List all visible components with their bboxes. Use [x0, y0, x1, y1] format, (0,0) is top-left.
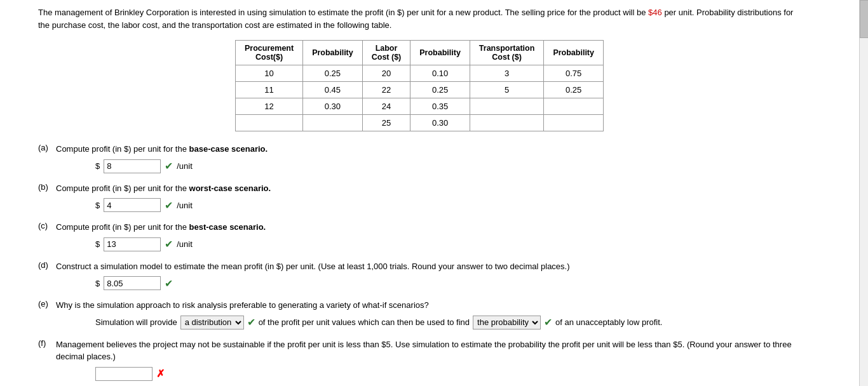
section-b-label: (b) Compute profit (in $) per unit for t… — [38, 182, 801, 195]
table-cell: 0.25 — [410, 82, 470, 98]
table-cell — [236, 115, 303, 131]
table-cell: 0.35 — [410, 98, 470, 115]
section-f-label: (f) Management believes the project may … — [38, 338, 801, 363]
section-e-label: (e) Why is the simulation approach to ri… — [38, 299, 801, 312]
section-b-dollar: $ — [95, 201, 100, 210]
section-c: (c) Compute profit (in $) per unit for t… — [38, 221, 801, 251]
section-d-input-row: $ ✔ — [95, 276, 801, 290]
section-d-label: (d) Construct a simulation model to esti… — [38, 260, 801, 273]
table-cell: 10 — [236, 65, 303, 82]
section-f-input-row: ✗ — [95, 367, 801, 381]
table-cell: 0.30 — [303, 98, 363, 115]
section-c-dollar: $ — [95, 239, 100, 249]
table-cell: 0.45 — [303, 82, 363, 98]
section-d-dollar: $ — [95, 279, 100, 288]
section-a-unit: /unit — [177, 161, 193, 171]
section-e: (e) Why is the simulation approach to ri… — [38, 299, 801, 329]
table-cell: 0.10 — [410, 65, 470, 82]
col-header-procurement: ProcurementCost($) — [236, 41, 303, 65]
section-e-select1[interactable]: a distribution an estimate a range — [180, 316, 244, 329]
price-highlight: $46 — [648, 8, 662, 17]
col-header-labor: LaborCost ($) — [362, 41, 410, 65]
section-a-bold: base-case scenario. — [189, 144, 268, 154]
section-c-text: Compute profit (in $) per unit for the b… — [56, 221, 266, 234]
section-e-check1: ✔ — [247, 316, 255, 328]
scrollbar[interactable] — [859, 0, 868, 386]
table-cell: 11 — [236, 82, 303, 98]
section-b-bold: worst-case scenario. — [189, 183, 271, 193]
table-row: 250.30 — [236, 115, 604, 131]
table-cell: 24 — [362, 98, 410, 115]
section-b-text: Compute profit (in $) per unit for the w… — [56, 182, 271, 195]
table-row: 110.45220.2550.25 — [236, 82, 604, 98]
section-f-letter: (f) — [38, 338, 53, 348]
col-header-prob3: Probability — [544, 41, 604, 65]
section-f: (f) Management believes the project may … — [38, 338, 801, 381]
section-f-x: ✗ — [156, 368, 165, 380]
table-cell: 0.25 — [544, 82, 604, 98]
table-cell: 0.30 — [410, 115, 470, 131]
section-c-letter: (c) — [38, 221, 53, 230]
intro-paragraph: The management of Brinkley Corporation i… — [38, 6, 801, 31]
section-e-check2: ✔ — [544, 316, 552, 328]
section-c-input-row: $ ✔ /unit — [95, 237, 801, 251]
table-cell: 12 — [236, 98, 303, 115]
intro-text-1: The management of Brinkley Corporation i… — [38, 8, 648, 17]
section-a-dollar: $ — [95, 161, 100, 171]
table-cell: 25 — [362, 115, 410, 131]
section-b-letter: (b) — [38, 182, 53, 192]
section-e-answer-row: Simulation will provide a distribution a… — [95, 316, 801, 329]
section-b-unit: /unit — [177, 201, 193, 210]
section-e-text: Why is the simulation approach to risk a… — [56, 299, 429, 312]
table-cell — [470, 98, 544, 115]
section-e-end-text: of an unacceptably low profit. — [555, 317, 662, 327]
section-d: (d) Construct a simulation model to esti… — [38, 260, 801, 291]
section-a-letter: (a) — [38, 143, 53, 152]
table-cell: 5 — [470, 82, 544, 98]
probability-table: ProcurementCost($) Probability LaborCost… — [235, 40, 604, 131]
section-d-letter: (d) — [38, 260, 53, 270]
section-b-check: ✔ — [165, 199, 173, 211]
section-a: (a) Compute profit (in $) per unit for t… — [38, 143, 801, 173]
section-a-label: (a) Compute profit (in $) per unit for t… — [38, 143, 801, 156]
table-cell: 0.75 — [544, 65, 604, 82]
section-c-unit: /unit — [177, 239, 193, 249]
table-cell — [544, 98, 604, 115]
section-d-text: Construct a simulation model to estimate… — [56, 260, 570, 273]
table-cell: 0.25 — [303, 65, 363, 82]
section-e-middle-text: of the profit per unit values which can … — [259, 317, 470, 327]
scrollbar-thumb[interactable] — [860, 0, 868, 38]
section-a-input[interactable] — [104, 159, 161, 173]
section-c-label: (c) Compute profit (in $) per unit for t… — [38, 221, 801, 234]
main-content: The management of Brinkley Corporation i… — [0, 0, 839, 386]
section-e-sim-text: Simulation will provide — [95, 317, 177, 327]
section-c-input[interactable] — [104, 237, 161, 251]
section-a-text: Compute profit (in $) per unit for the b… — [56, 143, 268, 156]
table-row: 120.30240.35 — [236, 98, 604, 115]
table-row: 100.25200.1030.75 — [236, 65, 604, 82]
section-b-input-row: $ ✔ /unit — [95, 198, 801, 212]
section-b: (b) Compute profit (in $) per unit for t… — [38, 182, 801, 213]
section-d-check: ✔ — [165, 277, 173, 290]
section-f-input[interactable] — [95, 367, 153, 381]
table-cell — [544, 115, 604, 131]
table-cell — [303, 115, 363, 131]
table-cell: 20 — [362, 65, 410, 82]
col-header-prob1: Probability — [303, 41, 363, 65]
section-c-check: ✔ — [165, 238, 173, 250]
table-cell: 3 — [470, 65, 544, 82]
section-d-input[interactable] — [104, 276, 161, 290]
section-a-input-row: $ ✔ /unit — [95, 159, 801, 173]
table-cell — [470, 115, 544, 131]
section-a-check: ✔ — [165, 160, 173, 172]
section-e-select2[interactable]: the probability the mean the median — [473, 316, 541, 329]
table-cell: 22 — [362, 82, 410, 98]
section-e-letter: (e) — [38, 299, 53, 309]
section-c-bold: best-case scenario. — [189, 222, 266, 232]
section-f-text: Management believes the project may not … — [56, 338, 801, 363]
col-header-prob2: Probability — [410, 41, 470, 65]
section-b-input[interactable] — [104, 198, 161, 212]
col-header-transportation: TransportationCost ($) — [470, 41, 544, 65]
